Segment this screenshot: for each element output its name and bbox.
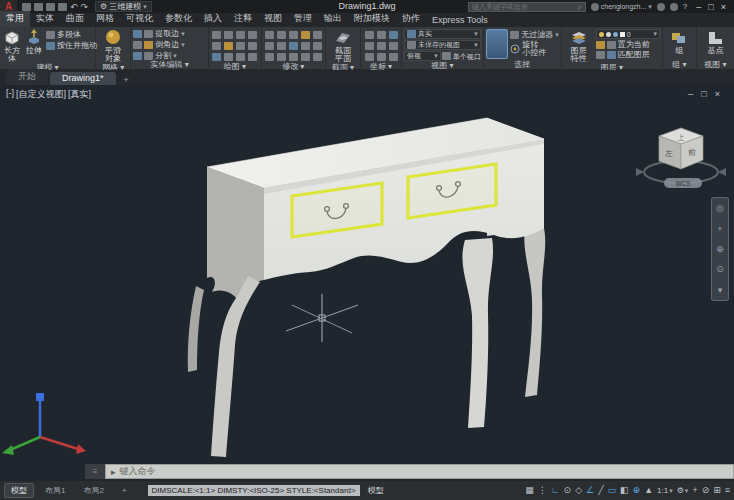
ortho-toggle-icon[interactable]: ∟	[551, 482, 560, 499]
viewport-config-button[interactable]: 单个视口	[442, 51, 481, 61]
isodraft-icon[interactable]: ◇	[575, 482, 582, 499]
trim-icon[interactable]	[289, 31, 298, 39]
base-point-button[interactable]: 基点	[700, 28, 730, 55]
gizmo-dropdown[interactable]: 旋转小控件	[510, 41, 559, 57]
copy-icon[interactable]	[265, 42, 274, 50]
array-icon[interactable]	[313, 31, 322, 39]
chamfer-edge-button[interactable]: 倒角边▾	[133, 40, 185, 49]
table-front-right-leg[interactable]	[462, 238, 493, 428]
viewcube[interactable]: 上 左 前 WCS	[636, 128, 726, 188]
ellipse-icon[interactable]	[224, 42, 233, 50]
signin-account[interactable]: chenglongzh... ▾	[591, 3, 652, 11]
navbar-more-icon[interactable]: ▾	[718, 285, 723, 295]
file-tab-start[interactable]: 开始	[6, 69, 48, 85]
section-plane-button[interactable]: 截面 平面	[328, 28, 358, 63]
region-icon[interactable]	[224, 53, 233, 61]
panel-label-solid-editing[interactable]: 实体编辑 ▾	[133, 60, 206, 70]
redo-icon[interactable]: ↷	[81, 3, 89, 11]
arc-icon[interactable]	[248, 31, 257, 39]
tab-mesh[interactable]: 网格	[90, 11, 120, 27]
hatch-icon[interactable]	[236, 42, 245, 50]
join-icon[interactable]	[313, 53, 322, 61]
close-button[interactable]: ×	[721, 2, 726, 12]
view-orientation-dropdown[interactable]: 俯视▾	[404, 51, 441, 61]
navigation-wheel-icon[interactable]: ◎	[716, 203, 724, 213]
drawing-canvas[interactable]: 上 左 前 WCS [-] [自定义视图] [真实] – □ × ◎ + ⊕ ⊙…	[0, 85, 734, 462]
rotate-icon[interactable]	[277, 31, 286, 39]
extract-edges-button[interactable]: 提取边▾	[133, 29, 185, 38]
tab-solid[interactable]: 实体	[30, 11, 60, 27]
ucs-z-icon[interactable]	[365, 42, 374, 50]
smooth-object-button[interactable]: 平滑 对象	[98, 28, 128, 63]
layer-dropdown[interactable]: 0 ▾	[596, 29, 660, 39]
table-back-right-leg[interactable]	[524, 218, 545, 397]
ucs-world-icon[interactable]	[377, 31, 386, 39]
extrude-button[interactable]: 拉伸	[24, 28, 44, 55]
table-front-left-leg[interactable]	[211, 276, 260, 457]
panel-label-groups[interactable]: 组 ▾	[665, 60, 694, 70]
match-layer-button[interactable]: 匹配图层	[596, 50, 660, 59]
zoom-icon[interactable]: ⊕	[716, 244, 724, 254]
orbit-icon[interactable]: ⊙	[716, 264, 724, 274]
stretch-icon[interactable]	[301, 42, 310, 50]
panel-label-selection[interactable]: 选择	[486, 60, 559, 70]
pan-icon[interactable]: +	[717, 224, 722, 234]
rectangle-icon[interactable]	[212, 42, 221, 50]
separate-button[interactable]: 分割▾	[133, 51, 185, 60]
offset-icon[interactable]	[313, 42, 322, 50]
ucs-origin-icon[interactable]	[389, 31, 398, 39]
visual-style-dropdown[interactable]: 真实▾	[404, 29, 481, 39]
mirror-icon[interactable]	[277, 42, 286, 50]
tab-output[interactable]: 输出	[318, 11, 348, 27]
erase-icon[interactable]	[265, 53, 274, 61]
new-file-icon[interactable]	[22, 3, 31, 11]
clean-screen-icon[interactable]: ⊞	[713, 482, 721, 499]
undo-icon[interactable]: ↶	[70, 3, 78, 11]
tab-home[interactable]: 常用	[0, 11, 30, 27]
model-space-toggle[interactable]: 模型	[368, 485, 384, 496]
tab-insert[interactable]: 插入	[198, 11, 228, 27]
plot-icon[interactable]	[58, 3, 67, 11]
file-tab-drawing1[interactable]: Drawing1*	[50, 72, 116, 85]
viewport-minimize-button[interactable]: –	[688, 89, 693, 99]
model-tab[interactable]: 模型	[4, 483, 34, 498]
minimize-button[interactable]: –	[696, 2, 701, 12]
layout2-tab[interactable]: 布局2	[76, 483, 110, 498]
ucs-previous-icon[interactable]	[389, 53, 398, 61]
ucs-named-icon[interactable]	[377, 53, 386, 61]
point-icon[interactable]	[212, 53, 221, 61]
selection-cycling-icon[interactable]: ⊕	[633, 482, 641, 499]
polyline-icon[interactable]	[224, 31, 233, 39]
group-button[interactable]: 组	[665, 28, 694, 55]
viewport-menu-button[interactable]: [-]	[6, 88, 14, 101]
tab-express-tools[interactable]: Express Tools	[426, 14, 494, 27]
customization-menu-icon[interactable]: ≡	[725, 482, 730, 499]
box-button[interactable]: 长方体	[2, 28, 22, 63]
explode-icon[interactable]	[277, 53, 286, 61]
selection-filter-dropdown[interactable]: 无过滤器▾	[510, 30, 559, 39]
layer-properties-button[interactable]: 图层 特性	[564, 28, 594, 63]
align-icon[interactable]	[289, 53, 298, 61]
make-current-button[interactable]: 置为当前	[596, 40, 660, 49]
tab-manage[interactable]: 管理	[288, 11, 318, 27]
view-control-button[interactable]: [自定义视图]	[16, 88, 66, 101]
circle-icon[interactable]	[236, 31, 245, 39]
table-back-left-leg[interactable]	[188, 286, 204, 372]
viewport-restore-button[interactable]: □	[701, 89, 706, 99]
viewport-close-button[interactable]: ×	[715, 89, 720, 99]
save-icon[interactable]	[46, 3, 55, 11]
line-icon[interactable]	[212, 31, 221, 39]
panel-label-view-right[interactable]: 视图 ▾	[699, 60, 732, 70]
tab-surface[interactable]: 曲面	[60, 11, 90, 27]
polar-tracking-icon[interactable]: ⊙	[564, 482, 572, 499]
tab-visualize[interactable]: 可视化	[120, 11, 159, 27]
helix-icon[interactable]	[236, 53, 245, 61]
scale-icon[interactable]	[289, 42, 298, 50]
autodesk-app-icon[interactable]	[670, 3, 678, 11]
new-drawing-button[interactable]: +	[118, 75, 135, 85]
viewcube-left-face[interactable]: 左	[665, 149, 673, 158]
ucs-icon[interactable]	[365, 31, 374, 39]
add-layout-button[interactable]: +	[115, 484, 134, 497]
layout1-tab[interactable]: 布局1	[38, 483, 72, 498]
selection-cycling-button[interactable]	[486, 29, 508, 59]
